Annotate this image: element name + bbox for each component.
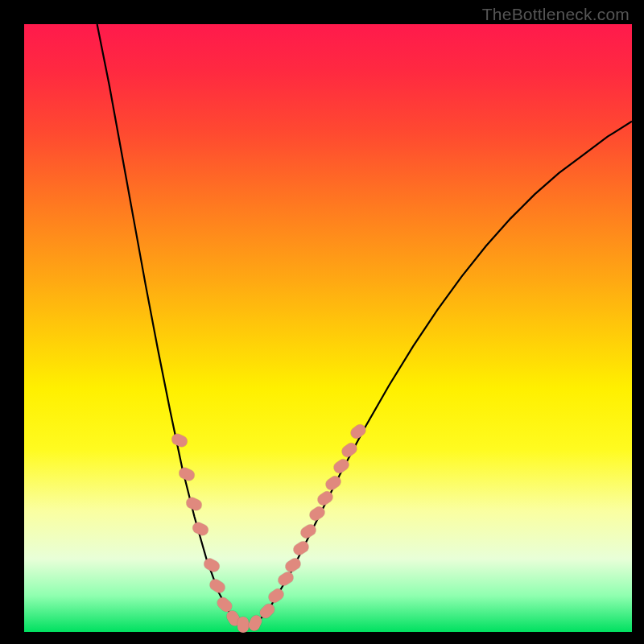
bottleneck-curve bbox=[97, 24, 632, 625]
data-marker bbox=[237, 617, 249, 633]
plot-frame bbox=[24, 24, 632, 632]
watermark-text: TheBottleneck.com bbox=[482, 5, 630, 24]
curve-layer bbox=[24, 24, 632, 632]
